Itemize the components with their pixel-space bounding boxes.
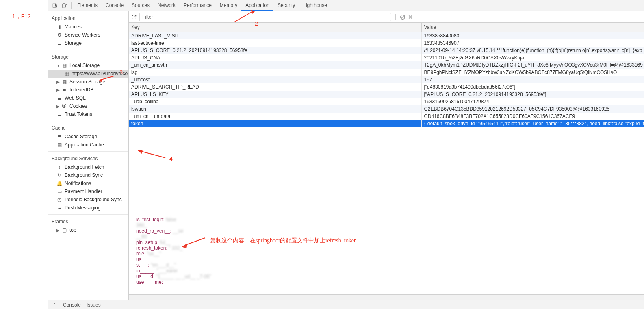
sidebar-item-web-sql[interactable]: ≣Web SQL xyxy=(48,94,128,102)
clear-icon[interactable] xyxy=(400,14,405,20)
tab-network[interactable]: Network xyxy=(154,0,180,11)
sidebar-item-top[interactable]: ▶▢top xyxy=(48,226,128,234)
device-icon[interactable] xyxy=(60,3,69,9)
table-row[interactable]: lswucnG2EBDB6704C135BDD359120212692D5332… xyxy=(129,105,644,113)
cell-value: ["APLUS_S_CORE_0.21.2_20210914193328_569… xyxy=(421,91,644,98)
table-row[interactable]: APLUS_S_CORE_0.21.2_20210914193328_56953… xyxy=(129,47,644,54)
sidebar-item-service-workers[interactable]: ⚙Service Workers xyxy=(48,31,128,39)
column-header-value[interactable]: Value xyxy=(421,23,644,32)
delete-icon[interactable] xyxy=(408,15,413,20)
sidebar-item-trust-tokens[interactable]: ≣Trust Tokens xyxy=(48,110,128,118)
cell-key: _um_cn_umsvtn xyxy=(129,61,421,69)
filter-input[interactable] xyxy=(139,13,391,21)
sidebar-item-local-storage[interactable]: ▼▦Local Storage xyxy=(48,61,128,70)
cell-value: 163316092581610047129874 xyxy=(421,98,644,105)
db-icon: ≣ xyxy=(56,134,62,139)
sidebar-item-storage[interactable]: ≣Storage xyxy=(48,39,128,47)
svg-line-7 xyxy=(401,15,404,18)
refresh-icon[interactable] xyxy=(131,14,137,20)
table-row[interactable]: _umcost197 xyxy=(129,76,644,83)
tab-lighthouse[interactable]: Lighthouse xyxy=(299,0,331,11)
sidebar-item-label: Web SQL xyxy=(65,95,86,101)
annotation-5: 复制这个内容，在springboot的配置文件中加上refresh_token xyxy=(210,237,357,244)
table-row[interactable]: token{"default_sbox_drive_id":"95455411"… xyxy=(129,120,644,127)
cell-key: _uab_collina xyxy=(129,98,421,105)
sidebar-item-push-messaging[interactable]: ☁Push Messaging xyxy=(48,204,128,212)
sidebar-item-application-cache[interactable]: ▦Application Cache xyxy=(48,141,128,149)
column-header-key[interactable]: Key xyxy=(129,23,421,32)
tab-console[interactable]: Console xyxy=(102,0,128,11)
detail-line: is_first_login: false xyxy=(136,217,637,222)
table-row[interactable]: _uab_collina163316092581610047129874 xyxy=(129,98,644,105)
db-icon: ≣ xyxy=(56,95,62,101)
sidebar-item-manifest[interactable]: ▮Manifest xyxy=(48,23,128,31)
tree-toggle-icon[interactable]: ▶ xyxy=(56,104,61,109)
detail-line: st___: "en___d__" xyxy=(136,262,637,268)
sidebar-item-session-storage[interactable]: ▶▦Session Storage xyxy=(48,78,128,86)
sidebar-item-background-sync[interactable]: ↻Background Sync xyxy=(48,171,128,179)
sidebar-item-label: Cookies xyxy=(69,103,87,109)
table-row[interactable]: last-active-time1633485346907 xyxy=(129,39,644,47)
sidebar-section-title: Storage xyxy=(48,52,128,61)
tab-elements[interactable]: Elements xyxy=(73,0,102,11)
cell-key: _um_cn__umdata xyxy=(129,113,421,120)
sidebar-section-title: Application xyxy=(48,14,128,23)
tab-performance[interactable]: Performance xyxy=(180,0,216,11)
table-row[interactable]: APLUS_CNA20211010_%2Fj2cGX6uRD0CAX0sWwry… xyxy=(129,54,644,61)
tab-security[interactable]: Security xyxy=(273,0,299,11)
sidebar-item-label: Cache Storage xyxy=(65,134,97,139)
detail-line: to_____: "___earer xyxy=(136,268,637,274)
svg-line-4 xyxy=(234,11,253,22)
cell-key: APLUS_LS_KEY xyxy=(129,91,421,98)
tree-toggle-icon[interactable]: ▶ xyxy=(56,228,61,233)
sidebar-item-payment-handler[interactable]: ▭Payment Handler xyxy=(48,187,128,196)
cloud-icon: ☁ xyxy=(56,205,62,211)
sidebar-item-cookies[interactable]: ▶⦿Cookies xyxy=(48,102,128,110)
sidebar-item-origin[interactable]: ▦https://www.aliyundrive.com xyxy=(48,70,128,78)
cell-value: {"default_sbox_drive_id":"95455411","rol… xyxy=(421,120,644,127)
table-row[interactable]: ADRIVE_SEARCH_TIP_READ["d4830819a3b74149… xyxy=(129,83,644,91)
detail-line: 360_ xyxy=(136,222,637,228)
cell-value: G2EBDB6704C135BDD359120212692D53327F05C9… xyxy=(421,105,644,113)
sidebar-item-notifications[interactable]: 🔔Notifications xyxy=(48,179,128,187)
tab-sources[interactable]: Sources xyxy=(128,0,154,11)
tab-application[interactable]: Application xyxy=(241,0,273,11)
annotation-arrow-icon xyxy=(138,149,166,159)
inspect-icon[interactable] xyxy=(50,3,60,9)
bell-icon: 🔔 xyxy=(56,181,62,186)
cell-key: ADRIVE_LAST_VISIT xyxy=(129,32,421,40)
tab-memory[interactable]: Memory xyxy=(216,0,241,11)
table-row[interactable]: isg__BE9PghPNciSZFHYZMOPYzbbw3uNZdKOW5b9… xyxy=(129,69,644,76)
tree-toggle-icon[interactable]: ▼ xyxy=(56,63,61,68)
db-icon: ≣ xyxy=(61,87,67,93)
tree-toggle-icon[interactable]: ▶ xyxy=(56,80,61,84)
cell-key: ADRIVE_SEARCH_TIP_READ xyxy=(129,83,421,91)
annotation-2: 2 xyxy=(255,20,258,27)
table-row[interactable]: _um_cn_umsvtnT2gA_0khMym1PZUDMtDIyDTBZxZ… xyxy=(129,61,644,69)
cell-key: APLUS_CNA xyxy=(129,54,421,61)
sidebar-item-periodic-background-sync[interactable]: ◷Periodic Background Sync xyxy=(48,196,128,204)
sidebar-item-background-fetch[interactable]: ↕Background Fetch xyxy=(48,163,128,171)
sidebar-item-indexeddb[interactable]: ▶≣IndexedDB xyxy=(48,86,128,94)
horizontal-scrollbar[interactable] xyxy=(129,294,644,300)
sidebar-item-label: Payment Handler xyxy=(65,189,102,194)
sidebar-item-label: Local Storage xyxy=(69,63,100,68)
drawer-menu-icon[interactable]: ⋮ xyxy=(52,302,57,308)
detail-line: us___id: "1_____ __ _ud__ _7-06" xyxy=(136,274,637,279)
drawer-tab-issues[interactable]: Issues xyxy=(87,302,101,308)
cell-key: last-active-time xyxy=(129,39,421,47)
sidebar-item-label: Application Cache xyxy=(65,142,104,148)
svg-line-10 xyxy=(141,151,165,158)
table-row[interactable]: ADRIVE_LAST_VISIT1633858840080 xyxy=(129,32,644,40)
grid-icon: ▦ xyxy=(65,71,69,76)
cell-value: 20211010_%2Fj2cGX6uRD0CAX0sWwryKnja xyxy=(421,54,644,61)
sidebar-item-cache-storage[interactable]: ≣Cache Storage xyxy=(48,133,128,141)
drawer-tab-console[interactable]: Console xyxy=(63,302,81,308)
cell-key: _umcost xyxy=(129,76,421,83)
table-row[interactable]: APLUS_LS_KEY["APLUS_S_CORE_0.21.2_202109… xyxy=(129,91,644,98)
fetch-icon: ↕ xyxy=(56,164,62,170)
table-row[interactable]: _um_cn__umdataGD416C8BF6B48F3BF702A1C655… xyxy=(129,113,644,120)
tree-toggle-icon[interactable]: ▶ xyxy=(56,88,61,92)
file-icon: ▮ xyxy=(56,24,62,30)
devtools-tabbar: ElementsConsoleSourcesNetworkPerformance… xyxy=(48,0,644,11)
